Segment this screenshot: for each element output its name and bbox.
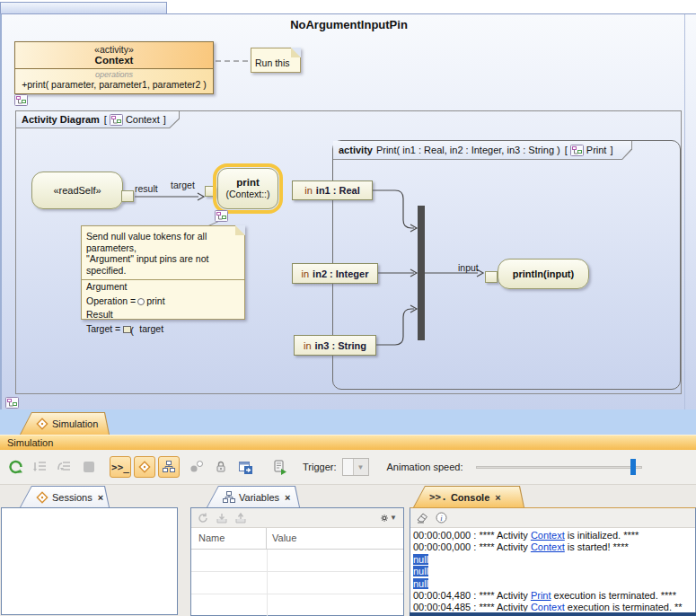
run-this-note[interactable]: Run this bbox=[251, 48, 301, 73]
slider-track bbox=[476, 466, 642, 469]
sessions-panel[interactable] bbox=[1, 507, 178, 615]
console-close-icon[interactable]: × bbox=[495, 492, 500, 503]
activity-signature: Print( in1 : Real, in2 : Integer, in3 : … bbox=[376, 145, 560, 155]
activity-diagram-frame-label[interactable]: Activity Diagram [ Context ] bbox=[16, 111, 180, 128]
tab-simulation[interactable]: Simulation bbox=[20, 412, 110, 435]
activity-close-bracket: ] bbox=[610, 145, 612, 155]
column-header-name[interactable]: Name bbox=[191, 528, 267, 549]
variables-table[interactable]: Name Value bbox=[191, 528, 403, 616]
print-action-name: print bbox=[236, 177, 260, 189]
canvas-corner-diagram-icon[interactable] bbox=[5, 397, 19, 409]
println-input-pin[interactable] bbox=[485, 271, 498, 283]
readself-label: «readSelf» bbox=[53, 185, 101, 196]
chevron-down-icon: ▼ bbox=[354, 459, 368, 475]
result-edge-label: result bbox=[135, 183, 158, 194]
note-argument-row: Argument bbox=[82, 280, 244, 295]
animation-speed-label: Animation speed: bbox=[387, 462, 463, 472]
options-gear-button[interactable]: ▼ bbox=[381, 510, 397, 526]
show-held-tokens-button[interactable] bbox=[158, 456, 180, 478]
sessions-close-icon[interactable]: × bbox=[98, 492, 103, 503]
console-output[interactable]: 00:00:00,000 : **** Activity Context is … bbox=[410, 528, 695, 612]
console-link[interactable]: Context bbox=[531, 530, 565, 541]
simulation-header-bar: Simulation bbox=[0, 435, 696, 450]
stop-button[interactable] bbox=[78, 456, 100, 478]
variables-table-header: Name Value bbox=[191, 528, 403, 550]
print-activity-frame-label[interactable]: activity Print( in1 : Real, in2 : Intege… bbox=[333, 141, 632, 160]
console-line: null bbox=[413, 566, 695, 577]
breakpoints-button[interactable] bbox=[186, 456, 207, 478]
operations-compartment-label: operations bbox=[15, 70, 213, 79]
context-class-node[interactable]: «activity» Context operations +print( pa… bbox=[14, 41, 214, 94]
print-behavior-shortcut-icon[interactable] bbox=[215, 210, 228, 222]
simulation-icon bbox=[36, 418, 48, 430]
tab-sessions[interactable]: Sessions × bbox=[20, 486, 110, 507]
console-toggle-button[interactable]: >>_ bbox=[110, 456, 131, 478]
activity-keyword: activity bbox=[339, 145, 373, 155]
variables-close-icon[interactable]: × bbox=[285, 492, 290, 503]
refresh-button[interactable] bbox=[195, 510, 211, 526]
diagram-canvas[interactable]: NoArgumentInputPin «activity» Context op… bbox=[0, 13, 696, 409]
variables-empty-rows bbox=[191, 550, 403, 616]
background-window-tab[interactable] bbox=[0, 2, 167, 13]
gear-caret-icon: ▼ bbox=[390, 514, 397, 522]
context-diagram-icon bbox=[110, 114, 123, 126]
activity-open-bracket: [ bbox=[565, 145, 568, 155]
activity-diagram-name: Print bbox=[586, 145, 607, 155]
console-toolbar: i bbox=[410, 508, 695, 528]
print-action-highlighted[interactable]: print (Context::) bbox=[217, 168, 278, 209]
tab-variables[interactable]: Variables × bbox=[207, 486, 300, 507]
lock-button[interactable] bbox=[210, 456, 232, 478]
export-button[interactable] bbox=[214, 510, 230, 526]
trigger-dropdown[interactable]: ▼ bbox=[342, 458, 369, 476]
frame-open-bracket: [ bbox=[104, 114, 107, 125]
console-icon: >>. bbox=[429, 491, 447, 503]
param-node-in3[interactable]: in in3 : String bbox=[294, 335, 376, 356]
readself-action[interactable]: «readSelf» bbox=[31, 172, 123, 209]
console-line: null bbox=[413, 554, 695, 566]
magicdraw-simulation-screen: NoArgumentInputPin «activity» Context op… bbox=[0, 0, 696, 616]
animation-speed-thumb[interactable] bbox=[630, 459, 636, 475]
pin-icon bbox=[123, 326, 131, 333]
start-web-server-button[interactable] bbox=[269, 456, 291, 478]
print-action-qualifier: (Context::) bbox=[225, 189, 269, 200]
variables-toolbar: ▼ bbox=[191, 508, 403, 528]
param-node-in1[interactable]: in in1 : Real bbox=[292, 180, 373, 200]
step-over-button[interactable] bbox=[54, 456, 75, 478]
join-node-bar[interactable] bbox=[418, 206, 425, 340]
specification-note[interactable]: Send null value tokens for all parameter… bbox=[81, 225, 245, 320]
tab-console[interactable]: >>. Console × bbox=[413, 486, 524, 507]
input-edge-label: input bbox=[458, 262, 479, 273]
context-operations-compartment: operations +print( parameter, parameter1… bbox=[15, 69, 213, 93]
column-header-value[interactable]: Value bbox=[267, 528, 403, 549]
param-node-in2[interactable]: in in2 : Integer bbox=[292, 263, 378, 284]
console-link[interactable]: Context bbox=[531, 541, 565, 552]
resume-button[interactable] bbox=[5, 456, 27, 478]
readself-result-pin[interactable] bbox=[121, 190, 134, 202]
print-operation-text: +print( parameter, parameter1, parameter… bbox=[15, 79, 213, 91]
console-link[interactable]: Context bbox=[531, 602, 565, 612]
println-action[interactable]: println(input) bbox=[498, 259, 589, 289]
animation-speed-slider[interactable] bbox=[476, 459, 642, 475]
trigger-label: Trigger: bbox=[303, 462, 337, 472]
diagram-title: NoArgumentInputPin bbox=[2, 18, 696, 31]
context-class-header: «activity» Context bbox=[15, 42, 213, 69]
simulation-dock: Simulation Simulation >>_ bbox=[0, 409, 696, 616]
clear-console-button[interactable] bbox=[414, 510, 430, 526]
animation-toggle-button[interactable] bbox=[134, 456, 155, 478]
import-button[interactable] bbox=[233, 510, 249, 526]
console-link[interactable]: Print bbox=[531, 590, 551, 601]
print-target-pin[interactable] bbox=[205, 186, 216, 197]
note-line-1: Send null value tokens for all parameter… bbox=[86, 231, 241, 253]
console-line: 00:00:04,480 : **** Activity Print execu… bbox=[413, 590, 695, 602]
open-diagram-button[interactable] bbox=[234, 456, 256, 478]
dock-inner-tabs: Sessions × Variables × >>. Console × bbox=[0, 485, 696, 507]
step-into-button[interactable] bbox=[30, 456, 51, 478]
animation-icon bbox=[138, 461, 151, 473]
target-edge-label: target bbox=[171, 180, 195, 190]
info-button[interactable]: i bbox=[433, 510, 449, 526]
context-diagram-shortcut-icon[interactable] bbox=[14, 94, 28, 106]
println-label: println(input) bbox=[513, 268, 574, 279]
diagram-kind-label: Activity Diagram bbox=[22, 114, 100, 125]
console-line: 00:00:00,000 : **** Activity Context is … bbox=[413, 541, 695, 553]
note-result-row: Result bbox=[82, 308, 244, 322]
